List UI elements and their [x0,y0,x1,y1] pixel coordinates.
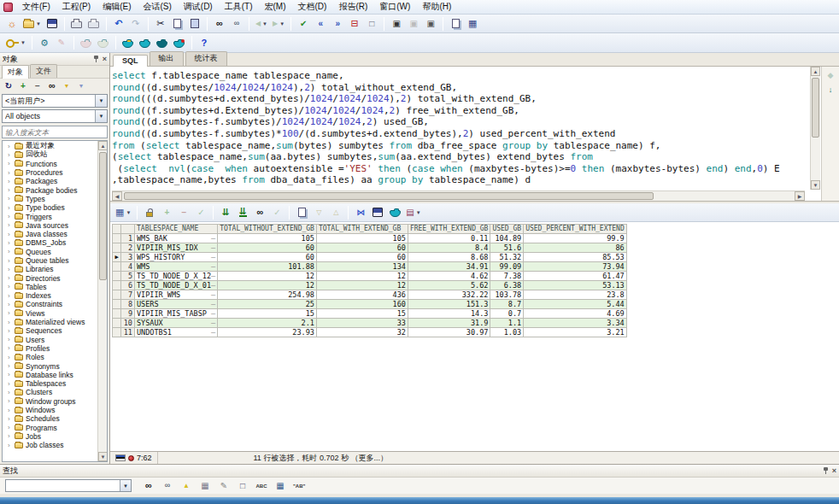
find-button[interactable]: ∞ [251,205,268,220]
value-cell[interactable]: 14.3 [408,308,490,318]
row-number[interactable]: 4 [121,261,135,271]
tree-item[interactable]: ›Java classes [3,230,97,238]
editor-vscrollbar[interactable]: ▲ ▼ [810,67,820,190]
find-previous-button[interactable]: ▲ [178,478,195,494]
value-cell[interactable]: 15 [218,308,317,318]
chevron-down-icon[interactable]: ▼ [279,21,285,26]
row-number[interactable]: 3 [121,252,135,261]
macro-run-button[interactable]: ▣ [422,16,439,32]
column-header[interactable]: TOTAL_WITH_EXTEND_GB [316,225,408,234]
table-row[interactable]: 9VIPIIR_MIS_TABSP‒151514.30.74.69 [113,308,627,318]
sql-line[interactable]: from (select tablespace_name,sum(bytes) … [112,140,805,152]
row-number[interactable]: 11 [121,327,135,337]
sql-line[interactable]: round((f.sumbytes+d.Extend_bytes)/1024/1… [112,105,805,117]
tablespace-name-cell[interactable]: WPS_HISTORY‒ [135,252,218,261]
scroll-down-icon[interactable]: ▼ [811,180,820,190]
close-icon[interactable]: × [832,467,836,475]
column-header[interactable]: TABLESPACE_NAME [135,225,218,234]
table-row[interactable]: 11UNDOTBS1‒23.933230.971.033.21 [113,327,627,337]
value-cell[interactable]: 5.44 [524,299,627,308]
expand-icon[interactable]: › [8,424,12,431]
scroll-right-icon[interactable]: ▶ [795,191,805,201]
find-button[interactable]: ∞ [45,79,59,92]
value-cell[interactable]: 2.1 [218,318,317,327]
value-cell[interactable]: 51.32 [490,252,524,261]
value-cell[interactable]: 23.93 [218,327,317,337]
find-next-button[interactable]: ∞ [159,478,176,494]
scroll-thumb[interactable] [99,152,107,280]
paste-button[interactable] [186,16,203,32]
menu-item[interactable]: 报告(R) [332,1,373,12]
table-row[interactable]: ▶3WPS_HISTORY‒60608.6851.3285.53 [113,252,627,261]
refresh-button[interactable]: ↻ [2,79,15,92]
expand-icon[interactable]: › [8,301,12,308]
expand-icon[interactable]: › [8,344,12,352]
expand-icon[interactable]: › [8,432,12,440]
expand-icon[interactable]: › [8,327,12,335]
value-cell[interactable]: 60 [316,243,408,252]
value-cell[interactable]: 99.9 [524,233,627,243]
value-cell[interactable]: 5.62 [408,280,490,290]
value-cell[interactable]: 60 [218,252,317,261]
column-header[interactable]: FREE_WITH_EXTEND_GB [408,225,490,234]
tree-item[interactable]: ›Functions [3,160,97,168]
filter-button[interactable]: ▼ [60,79,73,92]
window-layout-button[interactable]: ▦ [464,16,481,32]
preferences-button[interactable]: ⚙ [36,35,53,50]
tree-item[interactable]: ›Roles [3,353,97,361]
open-button[interactable]: ▼ [21,16,44,32]
tablespace-name-cell[interactable]: WMS‒ [135,261,218,271]
menu-item[interactable]: 工具(T) [219,1,259,12]
new-command-window-button[interactable] [154,35,171,50]
commit-button[interactable] [78,35,95,50]
expand-icon[interactable]: › [8,178,12,185]
value-cell[interactable]: 8.68 [408,252,490,261]
chevron-down-icon[interactable]: ▼ [416,210,421,215]
value-cell[interactable]: 51.6 [490,243,524,252]
help-button[interactable]: ? [196,35,213,50]
value-cell[interactable]: 3.34 [524,318,627,327]
insert-row-button[interactable]: + [158,205,175,220]
sidebar-tab-对象[interactable]: 对象 [2,65,29,79]
tree-item[interactable]: ›Queues [3,248,97,256]
nav-back-button[interactable]: ◀▼ [253,16,270,32]
cut-button[interactable]: ✂ [152,16,169,32]
expand-icon[interactable]: › [8,204,12,212]
sort-asc-button[interactable]: △ [327,205,344,220]
scroll-up-icon[interactable]: ▲ [811,67,820,76]
mark-all-button[interactable]: ▦ [197,478,214,494]
tree-item[interactable]: ›Synonyms [3,361,97,370]
tablespace-name-cell[interactable]: VIPIIR_MIS_IDX‒ [135,243,218,252]
menu-item[interactable]: 窗口(W) [373,1,416,12]
value-cell[interactable]: 12 [218,280,317,290]
fetch-last-button[interactable]: ⇊ [234,205,251,220]
user-select[interactable]: <当前用户> ▼ [2,94,108,108]
doc-button[interactable]: □ [363,16,380,32]
expand-icon[interactable]: › [8,380,12,388]
value-cell[interactable]: 73.94 [524,261,627,271]
expand-icon[interactable]: › [8,283,12,290]
value-cell[interactable]: 3.21 [524,327,627,337]
value-cell[interactable]: 6.38 [490,280,524,290]
row-number[interactable]: 10 [121,318,135,327]
expand-icon[interactable]: › [8,336,12,343]
value-cell[interactable]: 4.62 [408,271,490,280]
tree-item[interactable]: ›Packages [3,177,97,185]
scroll-left-icon[interactable]: ◀ [112,191,122,201]
grid-mode-button[interactable]: ▦▼ [113,205,133,220]
cell-detail-icon[interactable]: ‒ [211,272,215,280]
new-sql-window-button[interactable] [120,35,137,50]
next-statement-icon[interactable]: ↓ [829,86,833,94]
whole-word-button[interactable]: ABC [253,478,270,494]
tree-item[interactable]: ›Sequences [3,326,97,335]
editor-hscrollbar[interactable]: ◀ ▶ [112,190,805,201]
object-filter-select[interactable]: All objects ▼ [2,109,108,123]
macro-pause-button[interactable]: ▣ [405,16,422,32]
copy-button[interactable] [169,16,186,32]
value-cell[interactable]: 105 [218,233,317,243]
close-icon[interactable]: × [103,56,107,63]
edit-marks-button[interactable]: ✎ [215,478,232,494]
value-cell[interactable]: 151.3 [408,299,490,308]
table-row[interactable]: 2VIPIIR_MIS_IDX‒60608.451.686 [113,243,627,252]
tree-item[interactable]: ›Programs [3,424,97,432]
